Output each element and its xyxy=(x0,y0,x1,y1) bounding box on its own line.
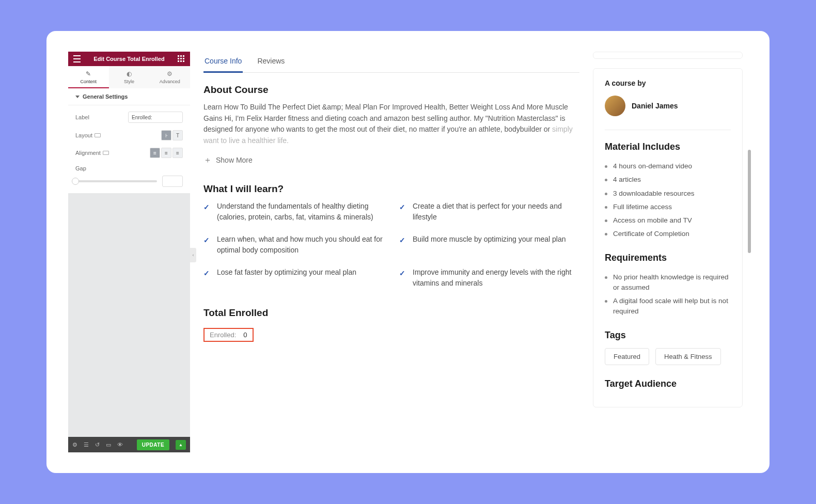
check-icon: ✓ xyxy=(399,268,405,289)
tab-course-info[interactable]: Course Info xyxy=(203,52,243,73)
list-item: 4 hours on-demand video xyxy=(605,160,731,173)
elementor-sidebar: Edit Course Total Enrolled ✎Content ◐Sty… xyxy=(68,52,190,452)
list-item: A digital food scale will help but is no… xyxy=(605,294,731,319)
list-item: 3 downloadable resources xyxy=(605,187,731,200)
tags-row: Featured Heath & Fitness xyxy=(605,348,731,365)
audience-heading: Target Audience xyxy=(605,379,731,389)
responsive-icon[interactable] xyxy=(103,151,109,155)
tab-advanced-label: Advanced xyxy=(160,79,180,84)
learn-text: Build more muscle by optimizing your mea… xyxy=(413,234,566,256)
enrolled-label: Enrolled: xyxy=(210,331,236,339)
sidebar-header: Edit Course Total Enrolled xyxy=(68,52,190,66)
enrolled-box[interactable]: Enrolled: 0 xyxy=(203,328,254,342)
learn-item: ✓Create a diet that is perfect for your … xyxy=(399,201,579,223)
alignment-field-label: Alignment xyxy=(75,150,109,156)
layout: Edit Course Total Enrolled ✎Content ◐Sty… xyxy=(68,52,748,452)
update-dropdown-button[interactable]: ▲ xyxy=(176,440,186,450)
show-more-button[interactable]: ＋ Show More xyxy=(203,155,579,166)
check-icon: ✓ xyxy=(203,202,210,223)
contrast-icon: ◐ xyxy=(109,70,150,77)
section-title-text: General Settings xyxy=(83,93,128,100)
responsive-icon[interactable] xyxy=(95,133,101,137)
pencil-icon: ✎ xyxy=(68,70,109,77)
learn-item: ✓Learn when, what and how much you shoul… xyxy=(203,234,384,256)
top-card-edge xyxy=(593,52,743,59)
gap-row: Gap xyxy=(75,165,183,187)
learn-item: ✓Lose fat faster by optimizing your meal… xyxy=(203,267,384,289)
gap-slider[interactable] xyxy=(75,180,157,182)
tab-advanced[interactable]: ⚙Advanced xyxy=(149,66,190,88)
preview-icon[interactable]: 👁 xyxy=(117,442,123,448)
requirements-list: No prior health knowledge is required or… xyxy=(605,271,731,319)
enrolled-heading: Total Enrolled xyxy=(203,307,579,319)
right-sidebar: A course by Daniel James Material Includ… xyxy=(593,52,748,452)
check-icon: ✓ xyxy=(203,268,210,289)
sidebar-empty-area xyxy=(68,193,190,437)
main-content: Course Info Reviews About Course Learn H… xyxy=(190,52,593,452)
section-controls: Label Layout ⊦ T Alignment ≡ ≡ ≡ Gap xyxy=(68,105,190,193)
layout-top-button[interactable]: T xyxy=(172,130,183,140)
author-row[interactable]: Daniel James xyxy=(605,96,731,116)
tag-item[interactable]: Featured xyxy=(605,348,649,365)
app-frame: Edit Course Total Enrolled ✎Content ◐Sty… xyxy=(46,31,770,473)
responsive-mode-icon[interactable]: ▭ xyxy=(106,442,111,448)
alignment-row: Alignment ≡ ≡ ≡ xyxy=(75,148,183,158)
learn-heading: What I will learn? xyxy=(203,183,579,195)
grid-icon[interactable] xyxy=(178,55,185,62)
gear-icon: ⚙ xyxy=(149,70,190,77)
tab-style[interactable]: ◐Style xyxy=(109,66,150,88)
align-right-button[interactable]: ≡ xyxy=(172,148,183,158)
learn-text: Understand the fundamentals of healthy d… xyxy=(217,201,384,223)
enrolled-value: 0 xyxy=(243,331,247,339)
learn-item: ✓Build more muscle by optimizing your me… xyxy=(399,234,579,256)
tab-content-label: Content xyxy=(81,79,97,84)
gap-input[interactable] xyxy=(162,176,183,187)
plus-icon: ＋ xyxy=(203,155,212,166)
tab-reviews[interactable]: Reviews xyxy=(256,52,286,73)
content-tabs: Course Info Reviews xyxy=(203,52,579,73)
tab-content[interactable]: ✎Content xyxy=(68,66,109,88)
check-icon: ✓ xyxy=(399,235,405,256)
label-row: Label xyxy=(75,112,183,123)
label-input[interactable] xyxy=(128,112,183,123)
divider xyxy=(605,130,731,130)
align-center-button[interactable]: ≡ xyxy=(161,148,171,158)
section-toggle[interactable]: General Settings xyxy=(68,88,190,105)
slider-thumb[interactable] xyxy=(72,178,79,185)
align-left-button[interactable]: ≡ xyxy=(150,148,160,158)
material-list: 4 hours on-demand video 4 articles 3 dow… xyxy=(605,160,731,241)
update-button[interactable]: UPDATE xyxy=(137,439,169,450)
requirements-heading: Requirements xyxy=(605,253,731,263)
settings-icon[interactable]: ⚙ xyxy=(72,442,77,448)
scrollbar-thumb[interactable] xyxy=(748,150,751,253)
label-field-label: Label xyxy=(75,114,89,120)
sidebar-tabs: ✎Content ◐Style ⚙Advanced xyxy=(68,66,190,88)
gap-field-label: Gap xyxy=(75,165,86,171)
layout-left-button[interactable]: ⊦ xyxy=(161,130,171,140)
alignment-buttons: ≡ ≡ ≡ xyxy=(150,148,183,158)
learn-text: Create a diet that is perfect for your n… xyxy=(413,201,579,223)
history-icon[interactable]: ↺ xyxy=(95,442,100,448)
tag-item[interactable]: Heath & Fitness xyxy=(655,348,721,365)
course-meta-card: A course by Daniel James Material Includ… xyxy=(593,68,743,407)
learn-text: Improve immunity and energy levels with … xyxy=(413,267,579,289)
layout-field-label: Layout xyxy=(75,132,101,138)
collapse-sidebar-button[interactable]: ‹ xyxy=(190,248,196,262)
list-item: Access on mobile and TV xyxy=(605,214,731,227)
list-item: Full lifetime access xyxy=(605,200,731,214)
material-heading: Material Includes xyxy=(605,141,731,152)
list-item: 4 articles xyxy=(605,173,731,186)
tags-heading: Tags xyxy=(605,330,731,341)
total-enrolled-section: Total Enrolled Enrolled: 0 xyxy=(203,307,579,342)
avatar xyxy=(605,96,625,116)
course-by-label: A course by xyxy=(605,79,731,87)
sidebar-title: Edit Course Total Enrolled xyxy=(81,56,178,62)
learn-text: Lose fat faster by optimizing your meal … xyxy=(217,267,356,289)
menu-icon[interactable] xyxy=(73,55,81,62)
learn-item: ✓Understand the fundamentals of healthy … xyxy=(203,201,384,223)
navigator-icon[interactable]: ☰ xyxy=(84,442,89,448)
check-icon: ✓ xyxy=(203,235,210,256)
about-heading: About Course xyxy=(203,84,579,96)
learn-grid: ✓Understand the fundamentals of healthy … xyxy=(203,201,579,289)
sidebar-footer: ⚙ ☰ ↺ ▭ 👁 UPDATE ▲ xyxy=(68,437,190,452)
